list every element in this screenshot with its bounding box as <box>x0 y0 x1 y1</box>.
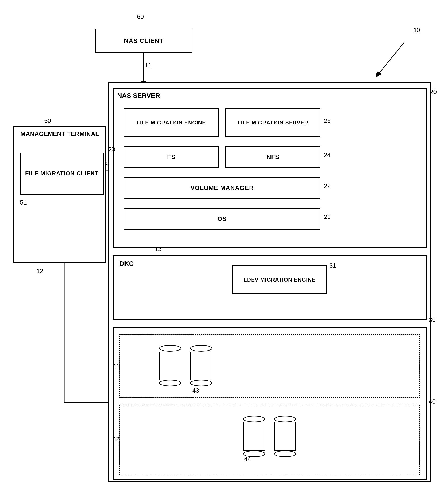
management-terminal-label: MANAGEMENT TERMINAL <box>18 131 102 137</box>
ref-26: 26 <box>324 117 331 124</box>
ref-41: 41 <box>113 363 120 370</box>
svg-marker-13 <box>376 71 382 77</box>
cylinder-lower-right-2 <box>274 416 296 457</box>
fs-box: FS <box>124 146 219 168</box>
file-migration-engine-label: FILE MIGRATION ENGINE <box>137 119 206 126</box>
ref-42: 42 <box>113 436 120 443</box>
diagram-container: 60 NAS CLIENT 11 10 MANAGEMENT TERMINAL … <box>0 0 448 498</box>
ref-20: 20 <box>430 88 437 96</box>
os-label: OS <box>218 215 227 223</box>
management-terminal-box <box>13 126 106 263</box>
cylinder-upper-left-1 <box>159 345 181 386</box>
ref-40: 40 <box>429 398 436 405</box>
cylinder-lower-right-1 <box>243 416 265 457</box>
file-migration-client-label: FILE MIGRATION CLIENT <box>25 170 99 177</box>
ref-50: 50 <box>44 117 51 124</box>
file-migration-server-label: FILE MIGRATION SERVER <box>238 119 308 126</box>
ldev-migration-engine-box: LDEV MIGRATION ENGINE <box>232 265 327 294</box>
nas-client-box: NAS CLIENT <box>95 29 192 53</box>
fs-label: FS <box>167 153 176 161</box>
ref-43: 43 <box>192 387 199 394</box>
ref-44: 44 <box>244 456 251 463</box>
file-migration-client-box: FILE MIGRATION CLIENT <box>20 153 104 195</box>
ref-21: 21 <box>324 213 331 220</box>
volume-manager-label: VOLUME MANAGER <box>191 184 254 192</box>
ref-60: 60 <box>137 13 144 20</box>
svg-line-12 <box>376 42 404 77</box>
file-migration-server-box: FILE MIGRATION SERVER <box>225 108 320 137</box>
volume-manager-box: VOLUME MANAGER <box>124 177 320 199</box>
ref-51: 51 <box>20 199 27 206</box>
ref-24: 24 <box>324 151 331 159</box>
dkc-label: DKC <box>119 260 134 267</box>
ref-13: 13 <box>155 246 161 252</box>
file-migration-engine-box: FILE MIGRATION ENGINE <box>124 108 219 137</box>
ref-10: 10 <box>413 27 420 33</box>
nfs-box: NFS <box>225 146 320 168</box>
ref-12: 12 <box>36 267 43 275</box>
os-box: OS <box>124 208 320 230</box>
ref-23: 23 <box>108 146 115 153</box>
storage-group-lower <box>119 405 420 475</box>
ref-31: 31 <box>329 262 336 269</box>
nfs-label: NFS <box>267 153 280 161</box>
ldev-migration-engine-label: LDEV MIGRATION ENGINE <box>243 276 316 283</box>
cylinder-upper-left-2 <box>190 345 212 386</box>
nas-server-label: NAS SERVER <box>117 92 160 99</box>
ref-11: 11 <box>145 62 152 69</box>
nas-client-label: NAS CLIENT <box>124 37 163 45</box>
ref-30: 30 <box>429 316 436 323</box>
ref-22: 22 <box>324 183 331 189</box>
